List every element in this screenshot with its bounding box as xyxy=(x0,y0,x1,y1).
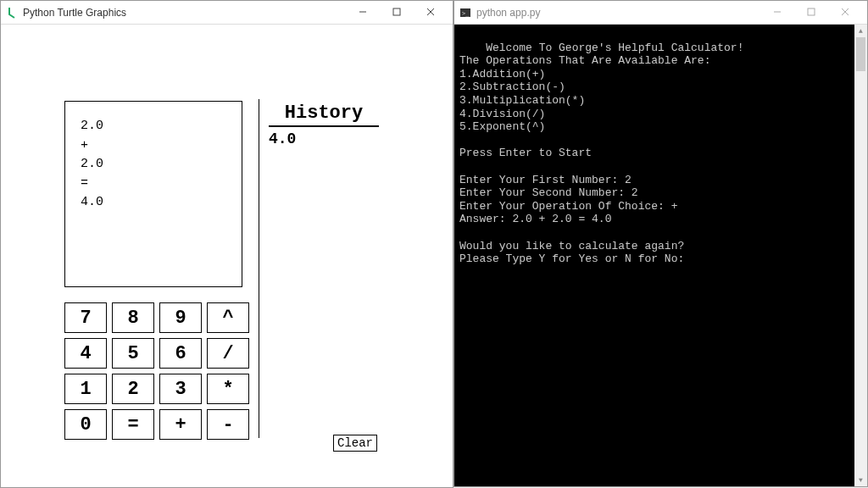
scroll-up-icon[interactable]: ▲ xyxy=(854,25,867,37)
scroll-track[interactable] xyxy=(854,37,867,474)
console-window: >_ python app.py Welcome To George's Hel… xyxy=(453,0,868,487)
minimize-button[interactable] xyxy=(346,0,380,24)
console-titlebar[interactable]: >_ python app.py xyxy=(454,1,867,25)
console-app-icon: >_ xyxy=(459,7,471,19)
history-panel: History 4.0 xyxy=(269,103,379,147)
close-button[interactable] xyxy=(828,0,862,24)
key-7[interactable]: 7 xyxy=(64,302,107,333)
maximize-button[interactable] xyxy=(380,0,414,24)
key-9[interactable]: 9 xyxy=(159,302,202,333)
turtle-window-title: Python Turtle Graphics xyxy=(23,7,126,19)
console-window-title: python app.py xyxy=(476,7,540,19)
calculator-display: 2.0 + 2.0 = 4.0 xyxy=(64,101,242,287)
calculator-body: 2.0 + 2.0 = 4.0 7 8 9 ^ 4 5 6 / 1 2 3 * … xyxy=(64,101,251,440)
scroll-thumb[interactable] xyxy=(856,37,865,71)
key-minus[interactable]: - xyxy=(207,409,249,440)
key-equals[interactable]: = xyxy=(112,409,154,440)
history-entry: 4.0 xyxy=(269,127,379,147)
key-8[interactable]: 8 xyxy=(112,302,154,333)
console-text: Welcome To George's Helpful Calculator! … xyxy=(459,42,743,266)
key-1[interactable]: 1 xyxy=(64,374,107,404)
vertical-divider xyxy=(259,99,259,438)
maximize-button[interactable] xyxy=(794,0,828,24)
key-3[interactable]: 3 xyxy=(159,374,202,404)
key-divide[interactable]: / xyxy=(207,338,249,369)
console-output[interactable]: Welcome To George's Helpful Calculator! … xyxy=(454,25,867,486)
scroll-down-icon[interactable]: ▼ xyxy=(854,474,867,486)
key-5[interactable]: 5 xyxy=(112,338,154,369)
clear-button[interactable]: Clear xyxy=(333,435,377,452)
turtle-titlebar[interactable]: Python Turtle Graphics xyxy=(1,1,453,25)
key-6[interactable]: 6 xyxy=(159,338,202,369)
svg-text:>_: >_ xyxy=(462,10,470,17)
key-exponent[interactable]: ^ xyxy=(207,302,249,333)
turtle-canvas: 2.0 + 2.0 = 4.0 7 8 9 ^ 4 5 6 / 1 2 3 * … xyxy=(1,25,453,487)
turtle-app-icon xyxy=(6,7,18,19)
key-0[interactable]: 0 xyxy=(64,409,107,440)
close-button[interactable] xyxy=(414,0,448,24)
key-plus[interactable]: + xyxy=(159,409,202,440)
key-2[interactable]: 2 xyxy=(112,374,154,404)
console-scrollbar[interactable]: ▲ ▼ xyxy=(854,25,867,486)
turtle-window: Python Turtle Graphics 2.0 + 2.0 = 4.0 7… xyxy=(0,0,453,488)
minimize-button[interactable] xyxy=(760,0,794,24)
svg-rect-7 xyxy=(808,8,815,15)
history-title: History xyxy=(269,103,379,127)
key-4[interactable]: 4 xyxy=(64,338,107,369)
key-multiply[interactable]: * xyxy=(207,374,249,404)
calculator-keypad: 7 8 9 ^ 4 5 6 / 1 2 3 * 0 = + - xyxy=(64,302,251,440)
svg-rect-1 xyxy=(393,8,400,15)
